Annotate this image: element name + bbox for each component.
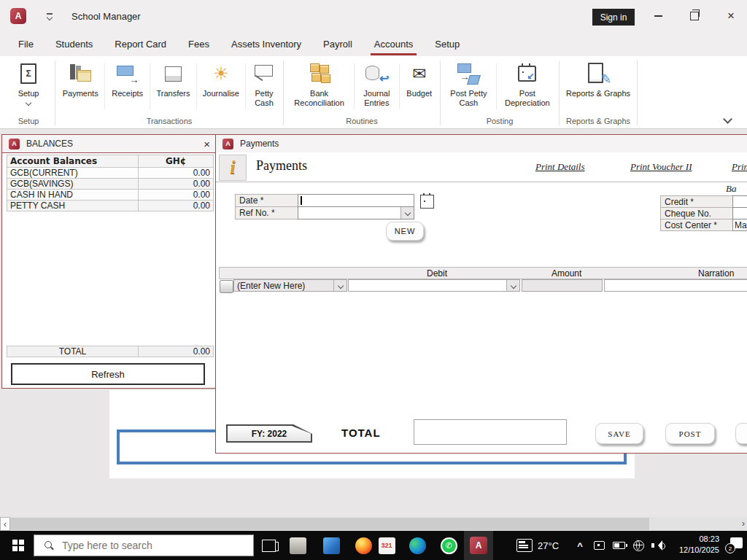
- ribbon-setup-button[interactable]: Σ Setup: [3, 58, 54, 105]
- cheque-no-label: Cheque No.: [660, 207, 733, 219]
- tray-battery-button[interactable]: [609, 531, 628, 560]
- date-picker-icon[interactable]: [420, 195, 434, 209]
- grid-new-row-combobox[interactable]: (Enter New Here): [233, 279, 347, 292]
- partial-button-cutoff[interactable]: [735, 423, 747, 444]
- receipt-arrow-icon: →: [115, 61, 140, 86]
- refresh-button[interactable]: Refresh: [11, 363, 205, 385]
- weather-widget[interactable]: 27°C: [509, 531, 566, 560]
- search-input[interactable]: [61, 539, 231, 552]
- table-row[interactable]: PETTY CASH 0.00: [7, 200, 214, 211]
- cheque-no-input[interactable]: [732, 207, 747, 219]
- table-row[interactable]: GCB(SAVINGS) 0.00: [7, 178, 214, 190]
- scroll-right-icon[interactable]: ›: [742, 518, 745, 529]
- start-button[interactable]: [4, 531, 32, 560]
- tray-expand-button[interactable]: ^: [571, 531, 589, 560]
- balances-close-icon[interactable]: ×: [204, 138, 210, 150]
- ribbon-bank-reconciliation-button[interactable]: Bank Reconciliation: [285, 58, 354, 108]
- app-title: School Manager: [71, 11, 141, 22]
- taskbar-app-edge[interactable]: [406, 531, 429, 560]
- taskbar: 321 ✆ A 27°C ^ 08:23 12/10/2025 2: [0, 531, 747, 560]
- close-button[interactable]: ×: [716, 6, 746, 26]
- gray-app-icon: [290, 537, 306, 554]
- print-voucher2-link[interactable]: Print Voucher II: [630, 161, 692, 173]
- ribbon-transfers-button[interactable]: Transfers: [150, 58, 196, 98]
- envelope-icon: ✉: [412, 66, 426, 82]
- cost-center-label: Cost Center *: [660, 219, 733, 231]
- taskbar-app-cube[interactable]: [320, 531, 343, 560]
- volume-icon: [651, 540, 665, 551]
- ref-no-combobox[interactable]: [298, 206, 414, 219]
- ribbon-petty-cash-button[interactable]: Petty Cash: [246, 58, 282, 108]
- tab-students[interactable]: Students: [44, 32, 104, 56]
- ribbon-payments-button[interactable]: Payments: [56, 58, 104, 98]
- ribbon-post-petty-cash-button[interactable]: → Post Petty Cash: [441, 58, 496, 108]
- post-button[interactable]: POST: [665, 423, 715, 444]
- payments-header: i Payments Print Details Print Voucher I…: [216, 152, 747, 182]
- ledger-icon: [68, 61, 93, 86]
- tab-accounts[interactable]: Accounts: [363, 32, 424, 56]
- restore-button[interactable]: [680, 6, 709, 26]
- close-icon: ×: [727, 9, 735, 23]
- grid-row-selector[interactable]: [220, 280, 233, 293]
- tab-payroll[interactable]: Payroll: [312, 32, 363, 56]
- taskbar-clock[interactable]: 08:23 12/10/2025: [679, 534, 719, 556]
- tray-volume-button[interactable]: [649, 531, 667, 560]
- fiscal-year-button[interactable]: FY: 2022: [226, 424, 312, 443]
- taskbar-app-mediaplayer[interactable]: 321: [375, 531, 398, 560]
- grid-amount-cell[interactable]: [522, 279, 603, 292]
- tray-screen-button[interactable]: [590, 531, 608, 560]
- save-button[interactable]: SAVE: [595, 423, 643, 444]
- grid-narration-cell[interactable]: [604, 279, 747, 292]
- grid-col-debit: Debit: [427, 268, 447, 279]
- taskbar-app-access-active[interactable]: A: [464, 531, 493, 560]
- balances-window: A BALANCES × Account Balances GH¢ GCB(CU…: [1, 134, 217, 389]
- chevron-down-icon[interactable]: [400, 207, 414, 219]
- table-row[interactable]: GCB(CURRENT) 0.00: [7, 167, 214, 179]
- taskbar-app-gray[interactable]: [286, 531, 309, 560]
- collapse-ribbon-icon[interactable]: [723, 114, 732, 124]
- tray-network-button[interactable]: [630, 531, 647, 560]
- ribbon-journalise-button[interactable]: ☀ Journalise: [197, 58, 245, 98]
- tab-file[interactable]: File: [7, 32, 44, 56]
- sign-in-button[interactable]: Sign in: [592, 9, 635, 26]
- print-details-link[interactable]: Print Details: [535, 161, 585, 173]
- date-input[interactable]: [298, 194, 414, 207]
- minimize-button[interactable]: [643, 6, 673, 26]
- cost-center-value[interactable]: Ma: [732, 219, 747, 231]
- ref-no-label: Ref No. *: [235, 206, 298, 219]
- horizontal-scrollbar[interactable]: ‹ ›: [0, 517, 747, 531]
- ribbon-tabbar: File Students Report Card Fees Assets In…: [0, 32, 747, 56]
- taskbar-app-firefox[interactable]: [352, 531, 375, 560]
- table-row[interactable]: CASH IN HAND 0.00: [7, 189, 214, 201]
- ribbon-group-posting: → Post Petty Cash ↙ Post Depreciation Po…: [441, 58, 558, 128]
- chevron-down-icon[interactable]: [333, 280, 347, 291]
- ribbon-post-depreciation-button[interactable]: ↙ Post Depreciation: [497, 58, 558, 108]
- chevron-down-icon[interactable]: [506, 280, 519, 291]
- taskbar-search[interactable]: [34, 534, 254, 556]
- credit-input[interactable]: [732, 195, 747, 208]
- edge-icon: [409, 537, 426, 554]
- new-button[interactable]: NEW: [386, 222, 424, 241]
- taskbar-app-whatsapp[interactable]: ✆: [436, 531, 461, 560]
- ribbon-receipts-button[interactable]: → Receipts: [105, 58, 150, 98]
- ribbon-separator: [55, 61, 55, 125]
- quick-access-toolbar-icon[interactable]: [45, 13, 54, 20]
- print-link-cutoff[interactable]: Prin: [732, 161, 747, 173]
- ribbon-budget-button[interactable]: ✉ Budget: [399, 58, 439, 98]
- payments-total-input[interactable]: [414, 419, 567, 445]
- task-view-button[interactable]: [257, 531, 280, 560]
- callout-icon: [252, 61, 276, 86]
- cylinder-undo-icon: ↩: [364, 61, 389, 86]
- payments-titlebar[interactable]: A Payments: [216, 135, 747, 153]
- notification-center-button[interactable]: 2: [727, 537, 743, 552]
- scrollbar-thumb[interactable]: [10, 518, 649, 530]
- balances-titlebar[interactable]: A BALANCES ×: [2, 135, 217, 153]
- scroll-left-button[interactable]: ‹: [0, 517, 10, 531]
- ribbon-reports-graphs-button[interactable]: ✎ Reports & Graphs: [560, 58, 636, 98]
- tab-setup[interactable]: Setup: [424, 32, 471, 56]
- tab-assets-inventory[interactable]: Assets Inventory: [220, 32, 312, 56]
- tab-fees[interactable]: Fees: [177, 32, 220, 56]
- ribbon-journal-entries-button[interactable]: ↩ Journal Entries: [355, 58, 398, 108]
- grid-debit-combobox[interactable]: [348, 279, 520, 292]
- tab-report-card[interactable]: Report Card: [104, 32, 177, 56]
